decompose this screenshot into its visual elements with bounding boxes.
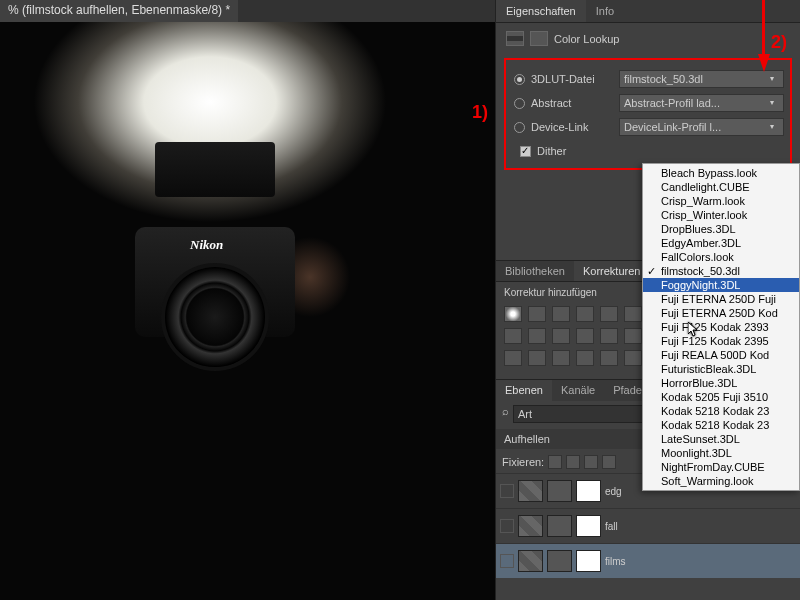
lut-dropdown-menu[interactable]: Bleach Bypass.lookCandlelight.CUBECrisp_… — [642, 163, 800, 491]
tab-ebenen[interactable]: Ebenen — [496, 380, 552, 401]
dropdown-devicelink[interactable]: DeviceLink-Profil l...▾ — [619, 118, 784, 136]
lut-menu-item[interactable]: Candlelight.CUBE — [643, 180, 799, 194]
radio-devicelink[interactable] — [514, 122, 525, 133]
canvas-viewport[interactable]: Nikon — [0, 22, 495, 600]
lut-menu-item[interactable]: FuturisticBleak.3DL — [643, 362, 799, 376]
annotation-2: 2) — [771, 32, 787, 53]
lut-menu-item[interactable]: FallColors.look — [643, 250, 799, 264]
lock-position-icon[interactable] — [584, 455, 598, 469]
visibility-toggle[interactable] — [500, 519, 514, 533]
adj-icon[interactable] — [552, 328, 570, 344]
label-devicelink: Device-Link — [531, 121, 619, 133]
lut-menu-item[interactable]: Fuji REALA 500D Kod — [643, 348, 799, 362]
link-icon[interactable] — [547, 515, 572, 537]
properties-title: Color Lookup — [554, 33, 619, 45]
adj-icon[interactable] — [504, 328, 522, 344]
adj-icon[interactable] — [576, 350, 594, 366]
lock-all-icon[interactable] — [602, 455, 616, 469]
chevron-down-icon: ▾ — [765, 71, 779, 87]
layer-lut-icon — [518, 480, 543, 502]
lut-menu-item[interactable]: DropBlues.3DL — [643, 222, 799, 236]
lut-menu-item[interactable]: Moonlight.3DL — [643, 446, 799, 460]
adj-icon[interactable] — [528, 328, 546, 344]
label-3dlut: 3DLUT-Datei — [531, 73, 619, 85]
lut-menu-item[interactable]: EdgyAmber.3DL — [643, 236, 799, 250]
lut-menu-item[interactable]: Fuji ETERNA 250D Fuji — [643, 292, 799, 306]
dropdown-abstract[interactable]: Abstract-Profil lad...▾ — [619, 94, 784, 112]
levels-icon[interactable] — [528, 306, 546, 322]
layer-name[interactable]: edg — [605, 486, 622, 497]
lut-menu-item[interactable]: NightFromDay.CUBE — [643, 460, 799, 474]
brightness-icon[interactable] — [504, 306, 522, 322]
label-dither: Dither — [537, 145, 566, 157]
layer-mask-thumb[interactable] — [576, 550, 601, 572]
layer-name[interactable]: fall — [605, 521, 618, 532]
adj-icon[interactable] — [600, 350, 618, 366]
layer-row[interactable]: films — [496, 543, 800, 578]
checkbox-dither[interactable] — [520, 146, 531, 157]
lut-menu-item[interactable]: Kodak 5218 Kodak 23 — [643, 404, 799, 418]
label-fixieren: Fixieren: — [502, 456, 544, 468]
adj-icon[interactable] — [600, 306, 618, 322]
adj-icon[interactable] — [552, 350, 570, 366]
adj-icon[interactable] — [624, 328, 642, 344]
lut-menu-item[interactable]: HorrorBlue.3DL — [643, 376, 799, 390]
lut-menu-item[interactable]: Kodak 5205 Fuji 3510 — [643, 390, 799, 404]
visibility-toggle[interactable] — [500, 484, 514, 498]
adj-icon[interactable] — [504, 350, 522, 366]
chevron-down-icon: ▾ — [765, 95, 779, 111]
properties-tabbar: Eigenschaften Info — [496, 0, 800, 23]
tab-kanaele[interactable]: Kanäle — [552, 380, 604, 401]
label-abstract: Abstract — [531, 97, 619, 109]
curves-icon[interactable] — [552, 306, 570, 322]
properties-header: Color Lookup — [496, 23, 800, 54]
link-icon[interactable] — [547, 480, 572, 502]
lut-menu-item[interactable]: Bleach Bypass.look — [643, 166, 799, 180]
exposure-icon[interactable] — [576, 306, 594, 322]
adj-icon[interactable] — [624, 350, 642, 366]
adj-icon[interactable] — [600, 328, 618, 344]
radio-3dlut[interactable] — [514, 74, 525, 85]
chevron-down-icon: ▾ — [765, 119, 779, 135]
lut-menu-item[interactable]: Soft_Warming.look — [643, 474, 799, 488]
layer-row[interactable]: fall — [496, 508, 800, 543]
cursor-icon — [688, 322, 700, 338]
lut-menu-item[interactable]: Crisp_Winter.look — [643, 208, 799, 222]
dropdown-3dlut-file[interactable]: filmstock_50.3dl▾ — [619, 70, 784, 88]
annotation-1: 1) — [472, 102, 488, 123]
tab-properties[interactable]: Eigenschaften — [496, 0, 586, 22]
annotation-arrow — [758, 54, 770, 72]
lut-menu-item[interactable]: Crisp_Warm.look — [643, 194, 799, 208]
lut-menu-item[interactable]: Kodak 5218 Kodak 23 — [643, 418, 799, 432]
photo-subject: Nikon — [135, 182, 295, 382]
lut-menu-item[interactable]: FoggyNight.3DL — [643, 278, 799, 292]
layer-lut-icon — [518, 515, 543, 537]
document-tab[interactable]: % (filmstock aufhellen, Ebenenmaske/8) * — [0, 0, 238, 22]
layer-mask-thumb[interactable] — [576, 515, 601, 537]
visibility-toggle[interactable] — [500, 554, 514, 568]
mask-icon[interactable] — [530, 31, 548, 46]
adj-icon[interactable] — [624, 306, 642, 322]
adj-icon[interactable] — [528, 350, 546, 366]
link-icon[interactable] — [547, 550, 572, 572]
lut-options-group: 3DLUT-Datei filmstock_50.3dl▾ Abstract A… — [504, 58, 792, 170]
layer-lut-icon — [518, 550, 543, 572]
tab-info[interactable]: Info — [586, 0, 624, 22]
search-icon[interactable]: ⌕ — [502, 405, 509, 423]
lock-pixels-icon[interactable] — [566, 455, 580, 469]
lock-transparency-icon[interactable] — [548, 455, 562, 469]
lut-menu-item[interactable]: filmstock_50.3dl — [643, 264, 799, 278]
lut-menu-item[interactable]: Fuji ETERNA 250D Kod — [643, 306, 799, 320]
adj-icon[interactable] — [576, 328, 594, 344]
radio-abstract[interactable] — [514, 98, 525, 109]
lut-menu-item[interactable]: LateSunset.3DL — [643, 432, 799, 446]
tab-bibliotheken[interactable]: Bibliotheken — [496, 261, 574, 281]
lut-menu-item[interactable]: Fuji F125 Kodak 2395 — [643, 334, 799, 348]
layer-mask-thumb[interactable] — [576, 480, 601, 502]
lut-menu-item[interactable]: Fuji F125 Kodak 2393 — [643, 320, 799, 334]
layer-name[interactable]: films — [605, 556, 626, 567]
tab-korrekturen[interactable]: Korrekturen — [574, 261, 649, 281]
lut-grid-icon — [506, 31, 524, 46]
